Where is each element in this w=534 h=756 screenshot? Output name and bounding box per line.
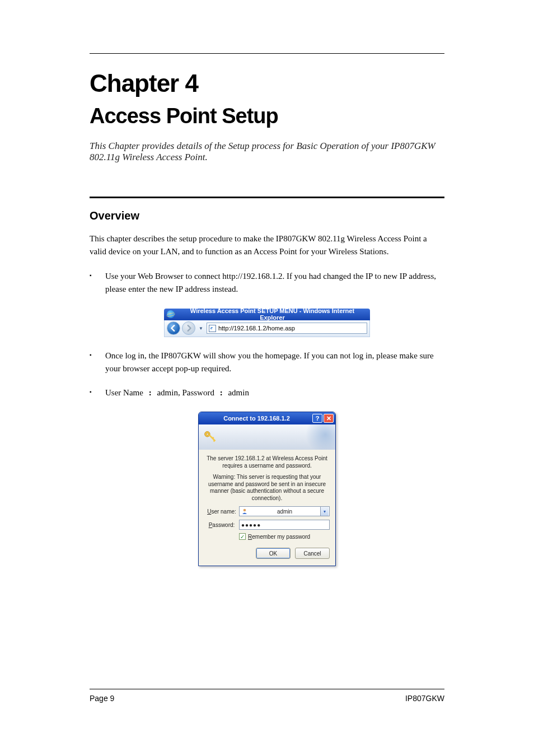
remember-checkbox-row[interactable]: ✓ Remember my password (239, 533, 330, 540)
browser-window-figure: Wireless Access Point SETUP MENU - Windo… (164, 309, 370, 337)
step-1: Use your Web Browser to connect http://1… (90, 270, 444, 296)
username-input[interactable]: admin ▾ (239, 506, 330, 516)
dialog-title-text: Connect to 192.168.1.2 (202, 415, 311, 422)
section-rule (90, 197, 444, 198)
dialog-banner (199, 424, 335, 450)
step3-pass-val: admin (228, 388, 249, 397)
browser-title-text: Wireless Access Point SETUP MENU - Windo… (177, 307, 367, 321)
browser-toolbar: ▼ http://192.168.1.2/home.asp (164, 320, 370, 337)
page-icon (209, 325, 216, 332)
help-button[interactable]: ? (312, 414, 322, 423)
person-icon (241, 508, 248, 515)
dialog-msg-2: Warning: This server is requesting that … (204, 474, 330, 502)
header-rule (90, 53, 444, 54)
keys-icon (202, 428, 219, 447)
back-button[interactable] (167, 321, 180, 335)
username-dropdown-icon[interactable]: ▾ (320, 507, 329, 516)
dialog-body: The server 192.168.1.2 at Wireless Acces… (199, 450, 335, 566)
remember-label: Remember my password (248, 534, 310, 540)
overview-text: This chapter describes the setup procedu… (90, 232, 444, 258)
password-value: ●●●●● (241, 522, 261, 528)
nav-dropdown-icon[interactable]: ▼ (197, 326, 205, 331)
step3-mid: admin, Password (157, 388, 214, 397)
step-2: Once log in, the IP807GKW will show you … (90, 349, 444, 376)
svg-point-1 (207, 433, 209, 435)
steps-list-2: Once log in, the IP807GKW will show you … (90, 349, 444, 400)
step3-user-label: User Name (105, 388, 143, 397)
svg-point-2 (243, 509, 246, 512)
address-bar-text: http://192.168.1.2/home.asp (218, 325, 295, 332)
address-bar[interactable]: http://192.168.1.2/home.asp (207, 323, 367, 334)
footer-page: Page 9 (90, 694, 114, 703)
section-heading: Overview (90, 209, 444, 222)
cancel-button[interactable]: Cancel (295, 548, 330, 559)
step-3: User Name : admin, Password : admin (90, 386, 444, 399)
page-footer: Page 9 IP807GKW (90, 689, 444, 703)
dialog-msg-1: The server 192.168.1.2 at Wireless Acces… (204, 455, 330, 469)
password-input[interactable]: ●●●●● (239, 520, 330, 530)
ok-button[interactable]: OK (256, 548, 291, 559)
username-value: admin (250, 508, 319, 515)
footer-model: IP807GKW (405, 694, 444, 703)
chapter-title: Access Point Setup (90, 104, 444, 128)
username-label: User name: (204, 508, 239, 515)
browser-titlebar: Wireless Access Point SETUP MENU - Windo… (164, 309, 370, 320)
steps-list: Use your Web Browser to connect http://1… (90, 270, 444, 296)
forward-button[interactable] (182, 321, 195, 335)
chapter-subtitle: This Chapter provides details of the Set… (90, 141, 444, 163)
dialog-titlebar: Connect to 192.168.1.2 ? ✕ (199, 412, 335, 424)
password-label: Password: (204, 522, 239, 528)
ie-logo-icon (167, 310, 175, 318)
close-button[interactable]: ✕ (324, 414, 334, 423)
auth-dialog-figure: Connect to 192.168.1.2 ? ✕ The server 19… (198, 412, 336, 566)
checkbox-checked-icon[interactable]: ✓ (239, 533, 246, 540)
chapter-number: Chapter 4 (90, 69, 444, 97)
